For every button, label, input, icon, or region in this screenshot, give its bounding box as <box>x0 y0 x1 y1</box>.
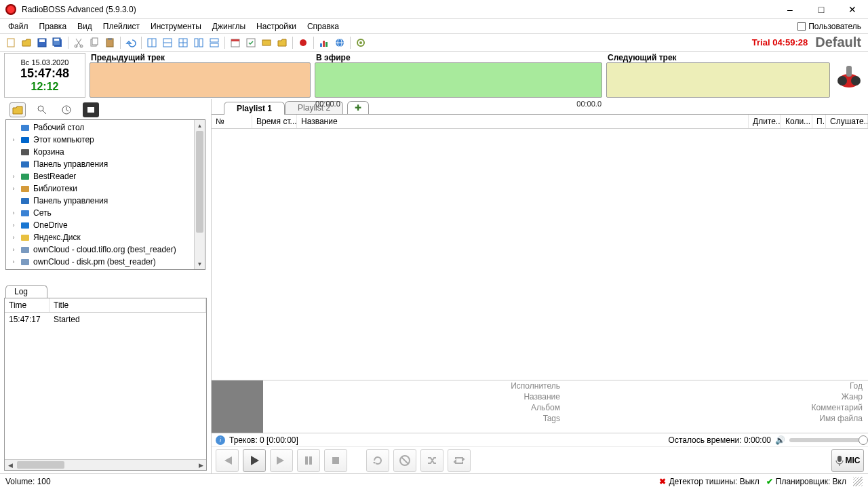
play-button[interactable] <box>243 449 266 472</box>
layout4-icon[interactable] <box>192 36 205 50</box>
playlist-add-tab[interactable]: ✚ <box>347 101 369 114</box>
log-row[interactable]: 15:47:17Started <box>5 313 206 326</box>
col-listeners[interactable]: Слушате... <box>826 115 868 128</box>
resize-grip[interactable] <box>853 477 863 486</box>
tree-item[interactable]: ›BestReader <box>6 170 194 182</box>
paste-icon[interactable] <box>103 36 117 50</box>
playlist-body[interactable] <box>212 129 868 380</box>
expand-icon[interactable]: › <box>10 136 17 143</box>
copy-icon[interactable] <box>87 36 101 50</box>
close-button[interactable]: ✕ <box>837 0 868 19</box>
layout3-icon[interactable] <box>176 36 190 50</box>
menu-playlist[interactable]: Плейлист <box>98 20 145 33</box>
tree-item[interactable]: Рабочий стол <box>6 121 194 134</box>
repeat-button[interactable] <box>366 449 389 472</box>
menu-view[interactable]: Вид <box>72 20 98 33</box>
scroll-down-icon[interactable]: ▼ <box>195 258 205 269</box>
expand-icon[interactable]: › <box>10 185 17 192</box>
scheduler-status[interactable]: ✔Планировщик: Вкл <box>766 477 846 486</box>
shuffle-button[interactable] <box>420 449 443 472</box>
tree-item[interactable]: ›Библиотеки <box>6 182 194 195</box>
maximize-button[interactable]: □ <box>806 0 837 19</box>
col-p[interactable]: П. <box>812 115 826 128</box>
log-hscrollbar[interactable]: ◀ ▶ <box>5 459 206 470</box>
scroll-thumb[interactable] <box>196 131 203 233</box>
scroll-left-icon[interactable]: ◀ <box>5 460 16 470</box>
scroll-right-icon[interactable]: ▶ <box>195 460 206 470</box>
col-duration[interactable]: Длите... <box>749 115 781 128</box>
volume-slider[interactable] <box>789 438 864 442</box>
schedule-icon[interactable] <box>229 36 242 50</box>
log-col-time[interactable]: Time <box>5 298 50 312</box>
volume-thumb[interactable] <box>859 435 868 445</box>
playlist-tab-1[interactable]: Playlist 1 <box>224 102 285 115</box>
browser-tab-folders[interactable] <box>9 102 26 117</box>
folder-tree[interactable]: Рабочий стол›Этот компьютерКорзинаПанель… <box>6 120 194 269</box>
log-tab[interactable]: Log <box>5 285 47 298</box>
mic-button[interactable]: MIC <box>831 449 864 472</box>
tree-item[interactable]: Корзина <box>6 146 194 158</box>
next-button[interactable] <box>270 449 293 472</box>
menu-edit[interactable]: Правка <box>34 20 73 33</box>
expand-icon[interactable]: › <box>10 222 17 229</box>
browser-tab-history[interactable] <box>58 102 75 117</box>
cut-icon[interactable] <box>72 36 85 50</box>
menu-settings[interactable]: Настройки <box>251 20 302 33</box>
noskip-button[interactable] <box>393 449 416 472</box>
tree-item[interactable]: ›Этот компьютер <box>6 134 194 146</box>
tree-item[interactable]: Панель управления <box>6 195 194 207</box>
profile-label[interactable]: Default <box>815 35 861 50</box>
tree-item[interactable]: Панель управления <box>6 158 194 170</box>
open-icon[interactable] <box>20 36 33 50</box>
tree-item[interactable]: ›Яндекс.Диск <box>6 231 194 243</box>
new-icon[interactable] <box>4 36 18 50</box>
menu-help[interactable]: Справка <box>302 20 344 33</box>
col-number[interactable]: № <box>212 115 252 128</box>
web-icon[interactable] <box>333 36 347 50</box>
layout5-icon[interactable] <box>208 36 221 50</box>
tree-item[interactable]: ›ownCloud - disk.pm (best_reader) <box>6 256 194 268</box>
onair-box[interactable]: 00:00.0 00:00.0 <box>315 62 602 98</box>
pause-button[interactable] <box>297 449 320 472</box>
scroll-up-icon[interactable]: ▲ <box>195 120 205 131</box>
expand-icon[interactable]: › <box>10 173 17 180</box>
silence-detector[interactable]: ✖Детектор тишины: Выкл <box>659 477 759 486</box>
minimize-button[interactable]: – <box>774 0 806 19</box>
stats-icon[interactable] <box>317 36 331 50</box>
expand-icon[interactable]: › <box>10 258 17 265</box>
col-name[interactable]: Название <box>297 115 749 128</box>
browser-tab-search[interactable] <box>34 102 50 117</box>
save-all-icon[interactable] <box>51 36 64 50</box>
settings-icon[interactable] <box>354 36 368 50</box>
volume-icon[interactable]: 🔊 <box>775 435 785 445</box>
tree-item[interactable]: ›OneDrive <box>6 219 194 231</box>
tree-scrollbar[interactable]: ▲ ▼ <box>194 120 205 269</box>
save-icon[interactable] <box>35 36 49 50</box>
loop-button[interactable] <box>448 449 471 472</box>
expand-icon[interactable]: › <box>10 234 17 241</box>
record-icon[interactable] <box>296 36 310 50</box>
log-col-title[interactable]: Title <box>50 298 206 312</box>
col-start[interactable]: Время ст... <box>252 115 297 128</box>
expand-icon[interactable]: › <box>10 246 17 253</box>
expand-icon[interactable]: › <box>10 210 17 216</box>
menu-file[interactable]: Файл <box>3 20 34 33</box>
stop-button[interactable] <box>324 449 347 472</box>
tree-item[interactable]: ›ownCloud - cloud.tiflo.org (best_reader… <box>6 243 194 256</box>
scroll-thumb[interactable] <box>17 461 64 469</box>
prev-track-box[interactable] <box>90 62 311 98</box>
undo-icon[interactable] <box>124 36 138 50</box>
folder-icon[interactable] <box>275 36 289 50</box>
layout1-icon[interactable] <box>145 36 159 50</box>
layout2-icon[interactable] <box>161 36 174 50</box>
prev-button[interactable] <box>216 449 239 472</box>
browser-tab-cart[interactable] <box>83 102 99 117</box>
menu-tools[interactable]: Инструменты <box>145 20 207 33</box>
tree-item[interactable]: ›Сеть <box>6 207 194 219</box>
user-indicator[interactable]: Пользователь <box>793 22 865 31</box>
menu-jingles[interactable]: Джинглы <box>207 20 251 33</box>
next-track-box[interactable] <box>606 62 830 98</box>
event-icon[interactable] <box>244 36 258 50</box>
col-count[interactable]: Коли... <box>781 115 812 128</box>
ads-icon[interactable] <box>260 36 273 50</box>
